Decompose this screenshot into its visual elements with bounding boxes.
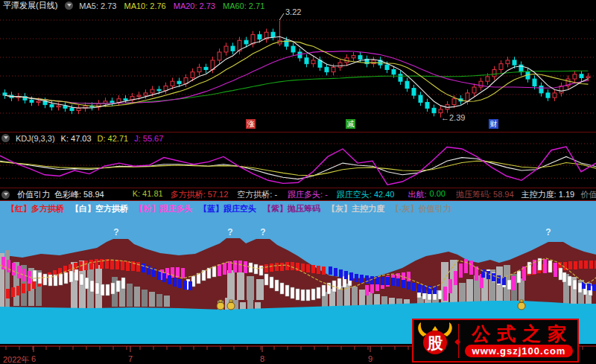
- diamond-icon: ◆: [454, 337, 460, 345]
- custom-field-1: 色彩峰: 58.94: [54, 189, 104, 200]
- kdj-title: KDJ(9,3,3): [16, 134, 55, 143]
- question-mark: ?: [227, 227, 232, 237]
- gu-character: 股: [427, 334, 444, 351]
- custom-field-2: K: 41.81: [133, 189, 163, 200]
- kdj-value-0: K: 47.03: [61, 134, 92, 143]
- legend-item-0: 【红】多方拱桥: [7, 203, 64, 214]
- logo-divider: ◆: [458, 324, 459, 358]
- custom-field-11: 价值引力: -: [580, 189, 596, 200]
- kdj-header: KDJ(9,3,3) K: 47.03D: 42.71J: 55.67: [0, 132, 596, 144]
- question-mark: ?: [545, 227, 551, 237]
- custom-field-0: 价值引力: [17, 189, 50, 200]
- collapse-icon[interactable]: [65, 1, 73, 10]
- collapse-icon[interactable]: [1, 134, 10, 142]
- custom-indicator-values: 价值引力色彩峰: 58.94K: 41.81多方拱桥: 57.12空方拱桥: -…: [14, 189, 596, 200]
- marker-badge-1: 减: [346, 119, 355, 129]
- kdj-value-2: J: 55.67: [134, 134, 163, 143]
- custom-field-6: 跟庄空头: 42.40: [337, 189, 395, 200]
- axis-month-8: 8: [260, 354, 264, 363]
- gszj-watermark-logo: 股 ◆ 公式之家 www.gszj100.com: [412, 319, 579, 363]
- custom-field-7: 出航:: [408, 189, 426, 200]
- question-mark: ?: [113, 227, 118, 237]
- legend-item-3: 【蓝】跟庄空头: [199, 203, 256, 214]
- question-mark: ?: [260, 227, 265, 237]
- kdj-values: K: 47.03D: 42.71J: 55.67: [61, 134, 170, 143]
- legend-item-4: 【紫】抛压筹码: [263, 203, 320, 214]
- kline-header: 平潭发展(日线) MA5: 2.73MA10: 2.76MA20: 2.73MA…: [0, 0, 596, 11]
- marker-badge-2: 财: [489, 119, 498, 129]
- kline-panel: 3.22←2.39 平潭发展(日线) MA5: 2.73MA10: 2.76MA…: [0, 0, 596, 132]
- custom-field-3: 多方拱桥: 57.12: [171, 189, 229, 200]
- collapse-icon[interactable]: [1, 191, 10, 199]
- marker-badge-0: 涨: [246, 119, 256, 129]
- stock-title: 平潭发展(日线): [3, 0, 57, 11]
- legend-item-6: 【-灰】价值引力: [391, 203, 451, 214]
- ma-label-3: MA60: 2.71: [223, 1, 264, 10]
- website-url: www.gszj100.com: [465, 345, 574, 357]
- legend-item-1: 【白】空方拱桥: [71, 203, 128, 214]
- custom-field-10: 主控力度: 1.19: [522, 189, 575, 200]
- brand-name: 公式之家: [465, 325, 573, 344]
- axis-month-7: 7: [128, 354, 133, 363]
- svg-text:←2.39: ←2.39: [441, 113, 465, 122]
- custom-field-9: 抛压筹码: 58.94: [456, 189, 514, 200]
- legend-item-5: 【灰】主控力度: [327, 203, 384, 214]
- legend-item-2: 【粉】跟庄多头: [135, 203, 192, 214]
- custom-field-8: 0.00: [430, 189, 446, 200]
- ma-label-1: MA10: 2.76: [124, 1, 165, 10]
- custom-indicator-header: 价值引力色彩峰: 58.94K: 41.81多方拱桥: 57.12空方拱桥: -…: [0, 188, 596, 201]
- ma-labels: MA5: 2.73MA10: 2.76MA20: 2.73MA60: 2.71: [79, 1, 272, 10]
- kdj-panel: KDJ(9,3,3) K: 47.03D: 42.71J: 55.67: [0, 132, 596, 188]
- ma-label-0: MA5: 2.73: [79, 1, 116, 10]
- axis-month-6: 6: [31, 354, 36, 363]
- kline-chart[interactable]: 3.22←2.39: [0, 0, 596, 132]
- custom-field-5: 跟庄多头: -: [288, 189, 328, 200]
- custom-field-4: 空方拱桥: -: [237, 189, 277, 200]
- kdj-value-1: D: 42.71: [98, 134, 129, 143]
- axis-month-9: 9: [368, 354, 372, 363]
- indicator-legend: 【红】多方拱桥【白】空方拱桥【粉】跟庄多头【蓝】跟庄空头【紫】抛压筹码【灰】主控…: [0, 202, 596, 214]
- bull-stock-icon: 股: [413, 320, 457, 361]
- ma-label-2: MA20: 2.73: [174, 1, 215, 10]
- trading-app-window: 3.22←2.39 平潭发展(日线) MA5: 2.73MA10: 2.76MA…: [0, 0, 596, 364]
- axis-year-label: 2022年: [3, 354, 29, 364]
